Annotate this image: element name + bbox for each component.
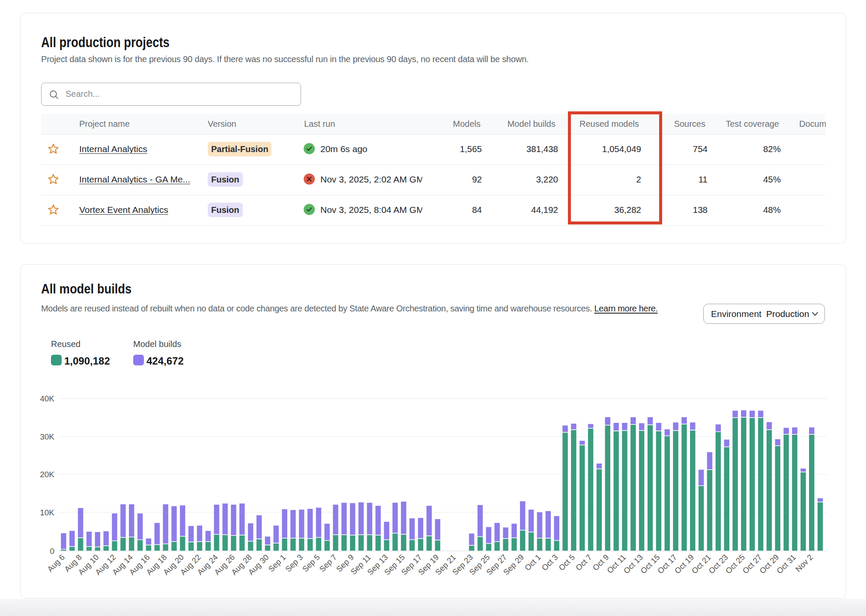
svg-text:Sep 7: Sep 7: [317, 553, 338, 574]
svg-text:40K: 40K: [40, 394, 54, 403]
svg-text:0: 0: [50, 547, 54, 556]
svg-text:Sep 1: Sep 1: [266, 553, 287, 574]
svg-text:10K: 10K: [40, 508, 54, 517]
svg-text:Oct 7: Oct 7: [574, 553, 594, 572]
svg-text:Oct 1: Oct 1: [523, 553, 543, 572]
svg-text:Nov 2: Nov 2: [794, 553, 815, 574]
svg-text:30K: 30K: [40, 432, 54, 441]
svg-text:Aug 6: Aug 6: [45, 553, 66, 574]
svg-text:20K: 20K: [40, 470, 54, 479]
svg-text:Oct 3: Oct 3: [540, 553, 559, 572]
svg-text:Sep 3: Sep 3: [284, 553, 305, 574]
svg-text:Oct 5: Oct 5: [557, 553, 576, 572]
svg-text:Oct 31: Oct 31: [775, 553, 797, 575]
svg-text:Sep 5: Sep 5: [301, 553, 322, 574]
